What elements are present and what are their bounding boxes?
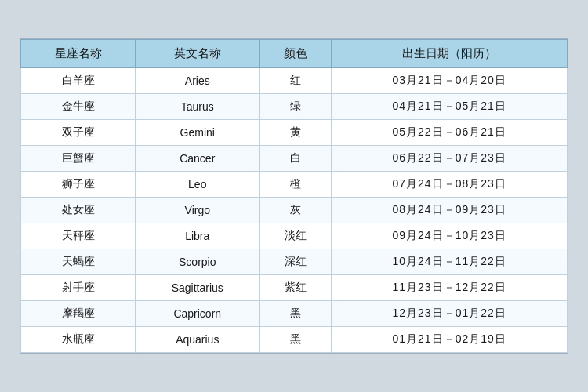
cell-date: 09月24日－10月23日 <box>332 223 568 249</box>
cell-chinese-name: 金牛座 <box>21 94 136 120</box>
cell-english-name: Sagittarius <box>136 275 260 301</box>
cell-chinese-name: 天秤座 <box>21 223 136 249</box>
cell-chinese-name: 射手座 <box>21 275 136 301</box>
cell-chinese-name: 巨蟹座 <box>21 146 136 172</box>
col-header-date: 出生日期（阳历） <box>332 40 568 68</box>
cell-color: 黑 <box>260 301 332 327</box>
cell-color: 绿 <box>260 94 332 120</box>
cell-english-name: Virgo <box>136 198 260 223</box>
table-row: 天蝎座Scorpio深红10月24日－11月22日 <box>21 249 568 275</box>
table-row: 摩羯座Capricorn黑12月23日－01月22日 <box>21 301 568 327</box>
cell-date: 11月23日－12月22日 <box>332 275 568 301</box>
table-row: 射手座Sagittarius紫红11月23日－12月22日 <box>21 275 568 301</box>
cell-chinese-name: 双子座 <box>21 120 136 146</box>
cell-color: 黄 <box>260 120 332 146</box>
zodiac-table: 星座名称 英文名称 颜色 出生日期（阳历） 白羊座Aries红03月21日－04… <box>20 39 568 353</box>
table-row: 水瓶座Aquarius黑01月21日－02月19日 <box>21 327 568 353</box>
table-row: 天秤座Libra淡红09月24日－10月23日 <box>21 223 568 249</box>
cell-english-name: Aries <box>136 68 260 94</box>
cell-color: 白 <box>260 146 332 172</box>
cell-chinese-name: 天蝎座 <box>21 249 136 275</box>
table-header-row: 星座名称 英文名称 颜色 出生日期（阳历） <box>21 40 568 68</box>
cell-date: 03月21日－04月20日 <box>332 68 568 94</box>
table-row: 巨蟹座Cancer白06月22日－07月23日 <box>21 146 568 172</box>
cell-chinese-name: 摩羯座 <box>21 301 136 327</box>
cell-english-name: Leo <box>136 172 260 198</box>
cell-color: 橙 <box>260 172 332 198</box>
table-body: 白羊座Aries红03月21日－04月20日金牛座Taurus绿04月21日－0… <box>21 68 568 353</box>
cell-date: 05月22日－06月21日 <box>332 120 568 146</box>
cell-chinese-name: 水瓶座 <box>21 327 136 353</box>
col-header-english: 英文名称 <box>136 40 260 68</box>
cell-english-name: Aquarius <box>136 327 260 353</box>
cell-english-name: Gemini <box>136 120 260 146</box>
zodiac-table-container: 星座名称 英文名称 颜色 出生日期（阳历） 白羊座Aries红03月21日－04… <box>20 38 568 354</box>
table-row: 狮子座Leo橙07月24日－08月23日 <box>21 172 568 198</box>
cell-english-name: Scorpio <box>136 249 260 275</box>
cell-color: 淡红 <box>260 223 332 249</box>
table-row: 金牛座Taurus绿04月21日－05月21日 <box>21 94 568 120</box>
cell-date: 04月21日－05月21日 <box>332 94 568 120</box>
table-row: 处女座Virgo灰08月24日－09月23日 <box>21 198 568 223</box>
cell-english-name: Taurus <box>136 94 260 120</box>
cell-english-name: Capricorn <box>136 301 260 327</box>
cell-color: 紫红 <box>260 275 332 301</box>
col-header-color: 颜色 <box>260 40 332 68</box>
cell-chinese-name: 狮子座 <box>21 172 136 198</box>
cell-color: 黑 <box>260 327 332 353</box>
table-row: 双子座Gemini黄05月22日－06月21日 <box>21 120 568 146</box>
cell-date: 08月24日－09月23日 <box>332 198 568 223</box>
cell-date: 12月23日－01月22日 <box>332 301 568 327</box>
cell-date: 01月21日－02月19日 <box>332 327 568 353</box>
cell-date: 06月22日－07月23日 <box>332 146 568 172</box>
cell-color: 深红 <box>260 249 332 275</box>
cell-chinese-name: 白羊座 <box>21 68 136 94</box>
col-header-chinese: 星座名称 <box>21 40 136 68</box>
cell-date: 10月24日－11月22日 <box>332 249 568 275</box>
cell-color: 红 <box>260 68 332 94</box>
cell-chinese-name: 处女座 <box>21 198 136 223</box>
cell-english-name: Cancer <box>136 146 260 172</box>
cell-date: 07月24日－08月23日 <box>332 172 568 198</box>
cell-english-name: Libra <box>136 223 260 249</box>
cell-color: 灰 <box>260 198 332 223</box>
table-row: 白羊座Aries红03月21日－04月20日 <box>21 68 568 94</box>
